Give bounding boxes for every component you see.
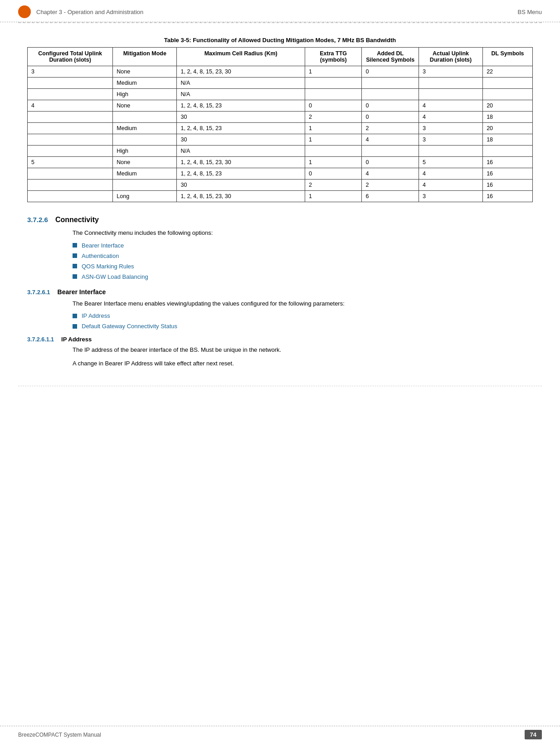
bullet-link[interactable]: Bearer Interface (82, 242, 124, 249)
table-cell: N/A (177, 89, 305, 100)
ip-title: IP Address (61, 336, 92, 343)
table-row: Medium1, 2, 4, 8, 15, 2312320 (28, 123, 533, 134)
table-cell: 0 (362, 66, 419, 78)
table-cell: 1, 2, 4, 8, 15, 23, 30 (177, 191, 305, 202)
page-footer: BreezeCOMPACT System Manual 74 (0, 726, 560, 743)
table-cell: 1 (305, 123, 362, 134)
header-left: Chapter 3 - Operation and Administration (18, 5, 143, 18)
table-cell: N/A (177, 78, 305, 89)
table-cell: 1, 2, 4, 8, 15, 23, 30 (177, 157, 305, 168)
table-cell (483, 89, 533, 100)
bullet-link[interactable]: Default Gateway Connectivity Status (82, 323, 177, 330)
table-row: 4None1, 2, 4, 8, 15, 2300420 (28, 100, 533, 112)
bullet-icon (73, 253, 77, 258)
table-cell (28, 134, 113, 146)
table-cell (113, 134, 177, 146)
chapter-title: Chapter 3 - Operation and Administration (36, 9, 143, 15)
table-cell (305, 89, 362, 100)
table-cell: 3 (28, 66, 113, 78)
col-header-actual: Actual Uplink Duration (slots) (419, 48, 482, 66)
section-title-connectivity: Connectivity (55, 216, 99, 224)
table-cell: Long (113, 191, 177, 202)
bullet-link[interactable]: IP Address (82, 312, 110, 319)
table-cell: 3 (419, 66, 482, 78)
table-cell (419, 89, 482, 100)
table-cell: 0 (305, 100, 362, 112)
table-cell: 18 (483, 112, 533, 123)
table-cell: 0 (362, 157, 419, 168)
table-row: MediumN/A (28, 78, 533, 89)
list-item: Bearer Interface (73, 242, 533, 249)
table-cell: 0 (362, 100, 419, 112)
list-item: Authentication (73, 253, 533, 259)
table-cell (28, 180, 113, 191)
table-cell: High (113, 89, 177, 100)
list-item: IP Address (73, 312, 533, 319)
main-content: Table 3-5: Functionality of Allowed Duct… (0, 23, 560, 386)
table-cell (113, 180, 177, 191)
table-cell: 4 (419, 180, 482, 191)
bullet-link[interactable]: ASN-GW Load Balancing (82, 273, 148, 280)
col-header-added: Added DL Silenced Symbols (362, 48, 419, 66)
table-cell: 1, 2, 4, 8, 15, 23, 30 (177, 66, 305, 78)
table-cell: 4 (419, 168, 482, 180)
table-cell: 4 (419, 112, 482, 123)
col-header-mitigation: Mitigation Mode (113, 48, 177, 66)
table-cell (28, 191, 113, 202)
table-row: HighN/A (28, 146, 533, 157)
table-row: HighN/A (28, 89, 533, 100)
table-row: 3020418 (28, 112, 533, 123)
ip-number: 3.7.2.6.1.1 (27, 336, 54, 343)
table-cell: 1 (305, 191, 362, 202)
table-cell (305, 78, 362, 89)
table-cell: None (113, 66, 177, 78)
table-cell (362, 89, 419, 100)
bearer-title: Bearer Interface (58, 288, 106, 296)
col-header-extra: Extra TTG (symbols) (305, 48, 362, 66)
bullet-icon (73, 324, 77, 329)
page-header: Chapter 3 - Operation and Administration… (0, 0, 560, 22)
section-connectivity: 3.7.2.6 Connectivity (27, 216, 533, 224)
list-item: ASN-GW Load Balancing (73, 273, 533, 280)
connectivity-intro: The Connectivity menu includes the follo… (73, 228, 533, 238)
table-cell: 20 (483, 123, 533, 134)
chapter-icon (18, 5, 31, 18)
bullet-link[interactable]: QOS Marking Rules (82, 263, 134, 270)
table-cell: 4 (362, 134, 419, 146)
functionality-table: Configured Total Uplink Duration (slots)… (27, 47, 533, 202)
table-cell: 2 (305, 180, 362, 191)
table-cell: None (113, 157, 177, 168)
table-cell: 30 (177, 112, 305, 123)
table-cell (28, 112, 113, 123)
table-cell: 1 (305, 66, 362, 78)
table-cell (113, 112, 177, 123)
footer-page: 74 (525, 730, 542, 739)
table-cell: 20 (483, 100, 533, 112)
table-cell (362, 146, 419, 157)
table-cell: 5 (28, 157, 113, 168)
table-cell: 16 (483, 157, 533, 168)
table-caption: Table 3-5: Functionality of Allowed Duct… (27, 37, 533, 44)
table-row: 3022416 (28, 180, 533, 191)
col-header-maxcell: Maximum Cell Radius (Km) (177, 48, 305, 66)
footer-divider (18, 386, 542, 386)
table-cell (305, 146, 362, 157)
table-cell: 30 (177, 134, 305, 146)
table-cell (419, 146, 482, 157)
section-bearer: 3.7.2.6.1 Bearer Interface (27, 288, 533, 296)
footer-title: BreezeCOMPACT System Manual (18, 732, 101, 738)
table-cell: 3 (419, 123, 482, 134)
table-row: 5None1, 2, 4, 8, 15, 23, 3010516 (28, 157, 533, 168)
bearer-intro: The Bearer Interface menu enables viewin… (73, 299, 533, 308)
bullet-link[interactable]: Authentication (82, 253, 119, 259)
table-cell: 1 (305, 157, 362, 168)
ip-para1: The IP address of the bearer interface o… (73, 345, 533, 355)
table-cell: 2 (362, 123, 419, 134)
bullet-icon (73, 314, 77, 318)
col-header-dl: DL Symbols (483, 48, 533, 66)
table-cell (483, 78, 533, 89)
table-cell (28, 168, 113, 180)
list-item: QOS Marking Rules (73, 263, 533, 270)
table-row: 3None1, 2, 4, 8, 15, 23, 3010322 (28, 66, 533, 78)
connectivity-bullets: Bearer InterfaceAuthenticationQOS Markin… (73, 242, 533, 280)
